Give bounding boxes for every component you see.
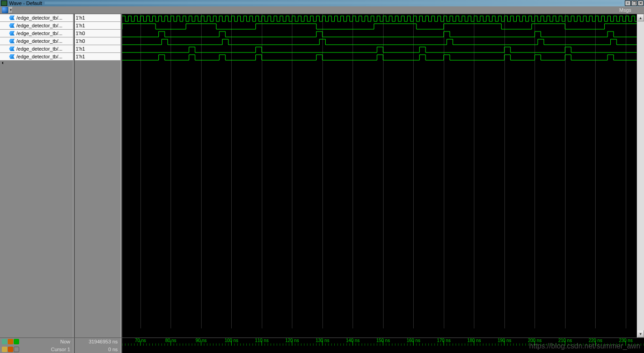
signal-value-row[interactable]: 1'h1 (75, 22, 120, 30)
footer-icon-1[interactable] (2, 339, 7, 344)
scroll-up-button[interactable]: ▲ (637, 14, 644, 21)
ruler-label: 160 ns (406, 338, 420, 343)
footer: Now Cursor 1 31946953 ns 0 ns 70 ns80 ns… (0, 337, 644, 353)
toolbar: ▾ Msgs (0, 6, 644, 14)
ruler-label: 230 ns (619, 338, 633, 343)
cursor-row: Cursor 1 (0, 346, 73, 353)
signal-name-row[interactable]: /edge_detector_tb/... (0, 30, 73, 37)
ruler-label: 120 ns (285, 338, 299, 343)
signal-value-row[interactable]: 1'h1 (75, 53, 120, 61)
view-mode-icon[interactable] (2, 7, 8, 13)
names-empty-area (0, 62, 73, 337)
signal-icon (9, 16, 15, 20)
msgs-empty-area (75, 62, 120, 337)
footer-icon-3[interactable] (14, 339, 19, 344)
time-ruler[interactable]: 70 ns80 ns90 ns100 ns110 ns120 ns130 ns1… (122, 338, 644, 346)
signal-icon (9, 31, 15, 36)
ruler-label: 70 ns (135, 338, 146, 343)
signal-name-label: /edge_detector_tb/... (16, 46, 62, 52)
signal-icon (9, 54, 15, 59)
cursor-label: Cursor 1 (51, 347, 70, 352)
signal-name-row[interactable]: /edge_detector_tb/... (0, 53, 73, 61)
signal-icon (9, 23, 15, 28)
view-mode-dropdown[interactable]: ▾ (9, 7, 13, 13)
ruler-label: 150 ns (376, 338, 390, 343)
ruler-label: 80 ns (165, 338, 176, 343)
footer-icon-4[interactable] (2, 347, 7, 352)
cursor-value: 0 ns (75, 346, 120, 353)
signal-name-label: /edge_detector_tb/... (16, 23, 62, 28)
titlebar-decor (45, 2, 622, 5)
ruler-label: 170 ns (437, 338, 451, 343)
ruler-label: 210 ns (558, 338, 572, 343)
now-row: Now (0, 338, 73, 346)
ruler-label: 110 ns (255, 338, 269, 343)
signal-name-row[interactable]: /edge_detector_tb/... (0, 14, 73, 22)
ruler-label: 90 ns (196, 338, 207, 343)
scroll-down-button[interactable]: ▼ (637, 330, 644, 337)
ruler-label: 190 ns (498, 338, 511, 343)
ruler-label: 220 ns (588, 338, 602, 343)
restore-button[interactable]: ❐ (631, 0, 637, 6)
footer-icon-6[interactable] (14, 347, 19, 352)
ruler-label: 200 ns (528, 338, 541, 343)
footer-icon-5[interactable] (8, 347, 13, 352)
now-label: Now (60, 339, 70, 344)
close-button[interactable]: ✕ (638, 0, 644, 6)
signal-name-row[interactable]: /edge_detector_tb/... (0, 22, 73, 30)
signal-value-row[interactable]: 1'h1 (75, 14, 120, 22)
wave-window-icon (1, 0, 7, 6)
dock-button[interactable]: + (625, 0, 631, 6)
ruler-label: 180 ns (467, 338, 481, 343)
signal-value-row[interactable]: 1'h0 (75, 37, 120, 45)
msgs-header: Msgs (619, 7, 644, 13)
ruler-label: 130 ns (316, 338, 329, 343)
footer-icon-2[interactable] (8, 339, 13, 344)
signal-values-column: 1'h11'h11'h01'h01'h11'h1 (74, 14, 120, 337)
window-title: Wave - Default (9, 0, 42, 6)
titlebar: Wave - Default + ❐ ✕ (0, 0, 644, 6)
waveform-area[interactable]: ▲ ▼ (122, 14, 644, 337)
signal-name-label: /edge_detector_tb/... (16, 15, 62, 21)
now-value: 31946953 ns (75, 338, 120, 346)
signal-name-row[interactable]: /edge_detector_tb/... (0, 45, 73, 53)
signal-name-label: /edge_detector_tb/... (16, 31, 62, 36)
cursor-track[interactable] (122, 346, 644, 353)
signal-name-label: /edge_detector_tb/... (16, 38, 62, 44)
signal-name-row[interactable]: /edge_detector_tb/... (0, 37, 73, 45)
signal-names-column: /edge_detector_tb/.../edge_detector_tb/.… (0, 14, 73, 337)
vertical-scrollbar[interactable]: ▲ ▼ (637, 14, 644, 337)
signal-value-row[interactable]: 1'h0 (75, 30, 120, 37)
signal-icon (9, 47, 15, 51)
signal-icon (9, 39, 15, 43)
signal-value-row[interactable]: 1'h1 (75, 45, 120, 53)
ruler-label: 100 ns (224, 338, 238, 343)
ruler-label: 140 ns (346, 338, 359, 343)
signal-name-label: /edge_detector_tb/... (16, 54, 62, 59)
